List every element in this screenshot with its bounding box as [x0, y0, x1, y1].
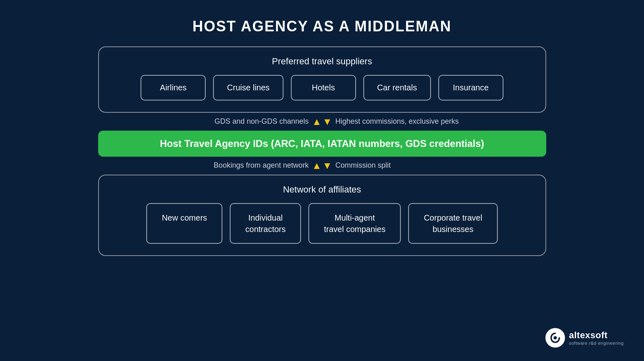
logo-text: altexsoft software r&d engineering	[569, 330, 624, 346]
top-arrows: ▲ ▼	[312, 117, 332, 127]
suppliers-cards: Airlines Cruise lines Hotels Car rentals…	[141, 75, 503, 101]
affiliates-cards: New comers Individualcontractors Multi-a…	[146, 203, 498, 244]
top-arrow-right-text: Highest commissions, exclusive perks	[332, 117, 546, 126]
supplier-airlines: Airlines	[141, 75, 206, 101]
down-arrow-icon-2: ▼	[323, 161, 332, 171]
supplier-hotels: Hotels	[291, 75, 356, 101]
altexsoft-logo-icon	[545, 328, 565, 348]
top-arrow-section: GDS and non-GDS channels ▲ ▼ Highest com…	[98, 113, 546, 131]
down-arrow-icon: ▼	[323, 117, 332, 127]
slide-container: HOST AGENCY AS A MIDDLEMAN Preferred tra…	[20, 14, 624, 348]
bottom-arrow-section: Bookings from agent network ▲ ▼ Commissi…	[98, 157, 546, 175]
affiliate-corporate-travel: Corporate travelbusinesses	[408, 203, 497, 244]
host-agency-bar: Host Travel Agency IDs (ARC, IATA, IATAN…	[98, 131, 546, 157]
logo-area: altexsoft software r&d engineering	[545, 328, 624, 348]
bottom-arrows: ▲ ▼	[312, 161, 332, 171]
up-arrow-icon-2: ▲	[312, 161, 322, 171]
logo-name: altexsoft	[569, 330, 624, 341]
up-arrow-icon: ▲	[312, 117, 322, 127]
diagram: Preferred travel suppliers Airlines Crui…	[94, 46, 550, 256]
bottom-arrow-right-text: Commission split	[332, 161, 546, 170]
supplier-insurance: Insurance	[438, 75, 503, 101]
affiliates-label: Network of affiliates	[283, 184, 361, 195]
affiliate-multi-agent: Multi-agenttravel companies	[308, 203, 401, 244]
suppliers-box: Preferred travel suppliers Airlines Crui…	[98, 46, 546, 113]
main-title: HOST AGENCY AS A MIDDLEMAN	[192, 18, 451, 35]
host-agency-label: Host Travel Agency IDs (ARC, IATA, IATAN…	[160, 138, 484, 149]
supplier-cruise-lines: Cruise lines	[213, 75, 283, 101]
affiliates-box: Network of affiliates New comers Individ…	[98, 175, 546, 256]
svg-point-0	[554, 336, 557, 339]
supplier-car-rentals: Car rentals	[363, 75, 431, 101]
affiliate-individual-contractors: Individualcontractors	[230, 203, 301, 244]
top-arrow-left-text: GDS and non-GDS channels	[98, 117, 312, 126]
suppliers-label: Preferred travel suppliers	[272, 56, 372, 67]
affiliate-new-comers: New comers	[146, 203, 222, 244]
bottom-arrow-left-text: Bookings from agent network	[98, 161, 312, 170]
logo-subtitle: software r&d engineering	[569, 341, 624, 346]
